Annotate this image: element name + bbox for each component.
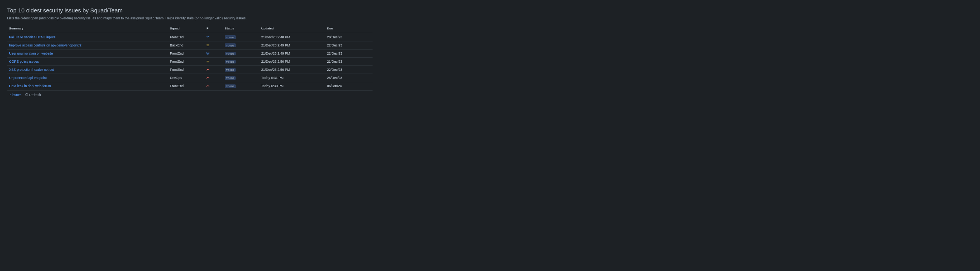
issue-priority: [204, 57, 223, 65]
issue-priority: [204, 41, 223, 49]
issue-squad: BackEnd: [168, 41, 204, 49]
issue-due: 22/Dec/23: [325, 49, 373, 57]
priority-high-icon: [206, 69, 210, 71]
issue-updated: 21/Dec/23 2:49 PM: [259, 41, 325, 49]
refresh-label: Refresh: [29, 93, 41, 97]
priority-high-icon: [206, 85, 210, 87]
issue-priority: [204, 49, 223, 57]
table-row: CORS policy issuesFrontEndTO DO21/Dec/23…: [7, 57, 373, 65]
priority-high-icon: [206, 77, 210, 79]
refresh-button[interactable]: Refresh: [25, 93, 41, 97]
issue-status-badge[interactable]: TO DO: [225, 35, 236, 39]
issue-due: 21/Dec/23: [325, 57, 373, 65]
issue-due: 06/Jan/24: [325, 82, 373, 90]
issue-due: 28/Dec/23: [325, 74, 373, 82]
issue-status-badge[interactable]: TO DO: [225, 43, 236, 47]
issue-summary-link[interactable]: CORS policy issues: [9, 60, 39, 63]
issue-updated: 21/Dec/23 2:49 PM: [259, 49, 325, 57]
issue-status-badge[interactable]: TO DO: [225, 52, 236, 55]
page-title: Top 10 oldest security issues by Squad/T…: [7, 7, 373, 14]
issue-updated: Today 6:31 PM: [259, 74, 325, 82]
priority-lowest-icon: [206, 52, 210, 55]
issue-status-badge[interactable]: TO DO: [225, 60, 236, 63]
table-row: User enumeration on websiteFrontEndTO DO…: [7, 49, 373, 57]
issue-squad: FrontEnd: [168, 82, 204, 90]
priority-medium-icon: [206, 60, 210, 63]
issue-summary-link[interactable]: Failure to sanitise HTML inputs: [9, 35, 55, 39]
issue-squad: FrontEnd: [168, 57, 204, 65]
issue-priority: [204, 74, 223, 82]
col-priority-header[interactable]: P: [204, 24, 223, 33]
issue-status-badge[interactable]: TO DO: [225, 68, 236, 72]
issue-updated: 21/Dec/23 2:50 PM: [259, 66, 325, 74]
issue-summary-link[interactable]: Data leak in dark web forum: [9, 84, 51, 88]
table-row: Failure to sanitise HTML inputsFrontEndT…: [7, 33, 373, 41]
issue-summary-link[interactable]: Unprotected api endpoint: [9, 76, 47, 80]
issue-due: 22/Dec/23: [325, 66, 373, 74]
priority-low-icon: [206, 36, 210, 38]
issue-summary-link[interactable]: Improve access controls on api/demo/endp…: [9, 43, 82, 47]
issue-updated: 21/Dec/23 2:48 PM: [259, 33, 325, 41]
col-due-header[interactable]: Due: [325, 24, 373, 33]
issues-table: Summary Squad P Status Updated Due Failu…: [7, 24, 373, 90]
issue-summary-link[interactable]: XSS protection header not set: [9, 68, 54, 72]
issue-count-link[interactable]: 7 issues: [9, 93, 22, 97]
issue-updated: Today 6:30 PM: [259, 82, 325, 90]
table-row: XSS protection header not setFrontEndTO …: [7, 66, 373, 74]
issue-status-badge[interactable]: TO DO: [225, 84, 236, 88]
issue-due: 22/Dec/23: [325, 41, 373, 49]
issue-priority: [204, 33, 223, 41]
issue-squad: FrontEnd: [168, 66, 204, 74]
issue-priority: [204, 82, 223, 90]
table-row: Data leak in dark web forumFrontEndTO DO…: [7, 82, 373, 90]
issue-squad: FrontEnd: [168, 33, 204, 41]
issue-due: 20/Dec/23: [325, 33, 373, 41]
issue-status-badge[interactable]: TO DO: [225, 76, 236, 80]
table-row: Unprotected api endpointDevOpsTO DOToday…: [7, 74, 373, 82]
table-footer: 7 issues Refresh: [7, 91, 373, 99]
col-updated-header[interactable]: Updated: [259, 24, 325, 33]
page-description: Lists the oldest open (and possibly over…: [7, 16, 373, 20]
col-squad-header[interactable]: Squad: [168, 24, 204, 33]
col-summary-header[interactable]: Summary: [7, 24, 168, 33]
issue-updated: 21/Dec/23 2:50 PM: [259, 57, 325, 65]
priority-medium-icon: [206, 44, 210, 46]
col-status-header[interactable]: Status: [223, 24, 259, 33]
issue-summary-link[interactable]: User enumeration on website: [9, 51, 53, 55]
refresh-icon: [25, 93, 28, 96]
issue-squad: FrontEnd: [168, 49, 204, 57]
issue-squad: DevOps: [168, 74, 204, 82]
issue-priority: [204, 66, 223, 74]
table-row: Improve access controls on api/demo/endp…: [7, 41, 373, 49]
